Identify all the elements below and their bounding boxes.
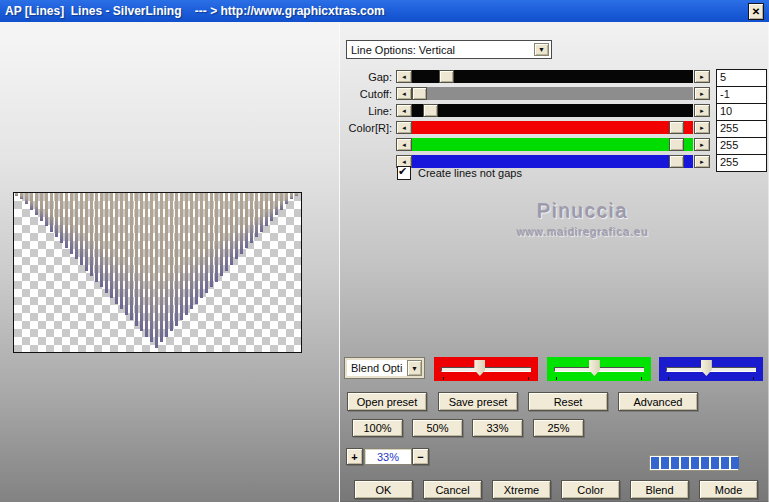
preview-line	[130, 193, 133, 320]
cutoff-left-arrow-button[interactable]: ◄	[396, 87, 412, 100]
red-channel-thumb[interactable]	[474, 360, 485, 376]
preview-canvas[interactable]	[13, 192, 302, 353]
preview-line	[150, 193, 153, 342]
save-preset-button[interactable]: Save preset	[438, 392, 518, 411]
progress-segment	[681, 457, 689, 469]
gap-slider-thumb[interactable]	[439, 70, 454, 83]
gap-left-arrow-button[interactable]: ◄	[396, 70, 412, 83]
preview-line	[60, 193, 63, 243]
preview-line	[205, 193, 208, 293]
color-r-slider-thumb[interactable]	[669, 121, 684, 134]
progress-segment	[691, 457, 699, 469]
line-options-arrow-button[interactable]: ▼	[534, 43, 549, 56]
preview-line	[100, 193, 103, 287]
color-g-left-arrow-button[interactable]: ◄	[396, 138, 412, 151]
line-options-value: Line Options: Vertical	[351, 44, 455, 56]
line-slider-track[interactable]	[412, 104, 693, 117]
line-slider-thumb[interactable]	[423, 104, 438, 117]
open-preset-button[interactable]: Open preset	[347, 392, 427, 411]
arrow-left-icon: ◄	[401, 74, 407, 80]
gap-track-fill	[412, 70, 693, 83]
color-g-value-field[interactable]: 255	[716, 137, 767, 155]
zoom-in-button[interactable]: +	[346, 448, 363, 465]
preview-line	[95, 193, 98, 282]
preview-line	[40, 193, 43, 221]
advanced-button[interactable]: Advanced	[618, 392, 698, 411]
preview-line	[185, 193, 188, 315]
gap-value-field[interactable]: 5	[716, 69, 767, 87]
zoom-value-field: 33%	[364, 448, 412, 465]
preview-line	[145, 193, 148, 337]
zoom-50-button[interactable]: 50%	[412, 419, 463, 437]
preview-line	[220, 193, 223, 276]
color-r-right-arrow-button[interactable]: ►	[694, 121, 710, 134]
blend-options-dropdown[interactable]: Blend Opti ▼	[344, 357, 425, 379]
window-title: AP [Lines] Lines - SilverLining --- > ht…	[5, 4, 385, 18]
gap-slider-track[interactable]	[412, 70, 693, 83]
line-options-dropdown[interactable]: Line Options: Vertical ▼	[346, 40, 552, 59]
preview-line	[135, 193, 138, 326]
preview-line	[215, 193, 218, 282]
color-r-left-arrow-button[interactable]: ◄	[396, 121, 412, 134]
cutoff-slider-thumb[interactable]	[412, 87, 427, 100]
preview-line	[65, 193, 68, 248]
color-g-slider-thumb[interactable]	[669, 138, 684, 151]
color-b-slider-thumb[interactable]	[669, 155, 684, 168]
color-r-slider-track[interactable]	[412, 121, 693, 134]
check-icon: ✔	[398, 165, 407, 178]
zoom-out-button[interactable]: −	[412, 448, 429, 465]
cutoff-right-arrow-button[interactable]: ►	[694, 87, 710, 100]
create-lines-checkbox-row: ✔ Create lines not gaps	[397, 166, 522, 180]
xtreme-button[interactable]: Xtreme	[492, 480, 551, 499]
blend-options-arrow-button[interactable]: ▼	[407, 360, 422, 376]
color-button[interactable]: Color	[561, 480, 620, 499]
zoom-33-button[interactable]: 33%	[472, 419, 523, 437]
green-channel-thumb[interactable]	[589, 360, 600, 376]
progress-segment	[661, 457, 669, 469]
green-channel-slider[interactable]	[547, 357, 651, 381]
cutoff-value-field[interactable]: -1	[716, 86, 767, 104]
title-bar[interactable]: AP [Lines] Lines - SilverLining --- > ht…	[0, 0, 769, 22]
tick-mark	[641, 377, 642, 380]
color-b-value-field[interactable]: 255	[716, 154, 767, 172]
gap-right-arrow-button[interactable]: ►	[694, 70, 710, 83]
blend-button[interactable]: Blend	[630, 480, 689, 499]
cutoff-slider-track[interactable]	[412, 87, 693, 100]
red-channel-slider[interactable]	[434, 357, 538, 381]
slider-row-line: Line: ◄ ► 10	[340, 104, 769, 118]
tick-mark	[528, 377, 529, 380]
line-left-arrow-button[interactable]: ◄	[396, 104, 412, 117]
preview-line	[265, 193, 268, 226]
preview-line	[290, 193, 293, 199]
preview-line	[140, 193, 143, 331]
ok-button[interactable]: OK	[354, 480, 413, 499]
blue-channel-slider[interactable]	[659, 357, 763, 381]
preview-line	[200, 193, 203, 298]
close-button[interactable]: ✕	[748, 3, 764, 20]
color-r-value-field[interactable]: 255	[716, 120, 767, 138]
arrow-left-icon: ◄	[401, 159, 407, 165]
preview-line	[25, 193, 28, 204]
cancel-button[interactable]: Cancel	[423, 480, 482, 499]
line-right-arrow-button[interactable]: ►	[694, 104, 710, 117]
line-value-field[interactable]: 10	[716, 103, 767, 121]
zoom-25-button[interactable]: 25%	[533, 419, 584, 437]
watermark-name: Pinuccia	[488, 200, 678, 223]
color-b-right-arrow-button[interactable]: ►	[694, 155, 710, 168]
cutoff-track-fill	[412, 87, 693, 100]
preview-line	[155, 193, 158, 348]
create-lines-checkbox[interactable]: ✔	[397, 166, 411, 180]
preview-line	[255, 193, 258, 237]
reset-button[interactable]: Reset	[528, 392, 608, 411]
mode-button[interactable]: Mode	[699, 480, 758, 499]
slider-row-color-r: Color[R]: ◄ ► 255	[340, 121, 769, 135]
preview-line	[210, 193, 213, 287]
preview-line	[90, 193, 93, 276]
color-g-right-arrow-button[interactable]: ►	[694, 138, 710, 151]
color-r-track-fill	[412, 121, 693, 134]
preview-line	[115, 193, 118, 304]
zoom-100-button[interactable]: 100%	[352, 419, 403, 437]
blue-channel-thumb[interactable]	[701, 360, 712, 376]
color-g-slider-track[interactable]	[412, 138, 693, 151]
preview-line	[85, 193, 88, 271]
